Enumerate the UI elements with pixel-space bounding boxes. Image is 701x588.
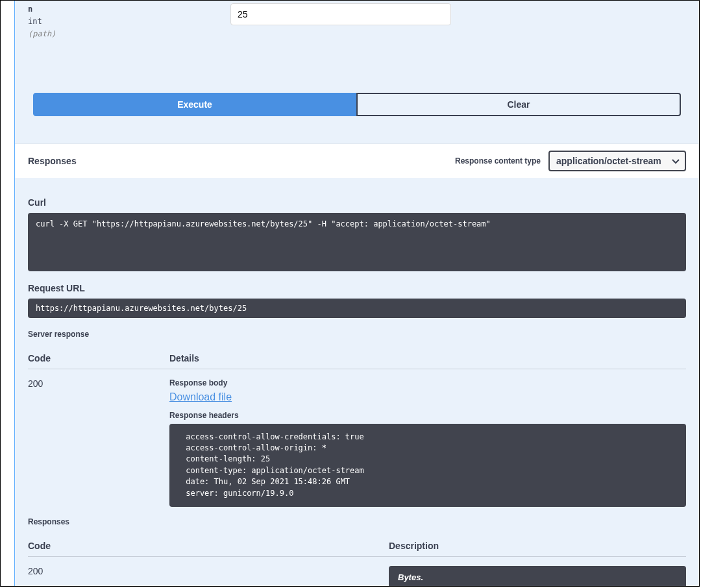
parameter-in: (path) bbox=[28, 28, 230, 40]
code-header: Code bbox=[28, 353, 169, 363]
details-header: Details bbox=[169, 353, 686, 363]
operation-panel: n int (path) Execute Clear Responses Res… bbox=[14, 1, 699, 586]
clear-button[interactable]: Clear bbox=[356, 93, 681, 116]
swagger-screenshot: n int (path) Execute Clear Responses Res… bbox=[0, 0, 700, 587]
def-code-header: Code bbox=[28, 541, 389, 551]
response-details: Response body Download file Response hea… bbox=[169, 378, 686, 507]
server-response-row: 200 Response body Download file Response… bbox=[28, 369, 686, 507]
curl-command: curl -X GET "https://httpapianu.azureweb… bbox=[28, 213, 686, 271]
response-body-label: Response body bbox=[169, 378, 686, 387]
def-desc-header: Description bbox=[389, 541, 686, 551]
response-code: 200 bbox=[28, 378, 169, 389]
parameter-input[interactable] bbox=[230, 3, 451, 25]
def-code: 200 bbox=[28, 566, 389, 576]
action-buttons: Execute Clear bbox=[28, 93, 686, 116]
response-headers-label: Response headers bbox=[169, 411, 686, 420]
parameter-meta: n int (path) bbox=[28, 3, 230, 41]
responses-title: Responses bbox=[28, 156, 77, 166]
responses-def-row: 200 Bytes. bbox=[28, 557, 686, 587]
def-desc-wrap: Bytes. bbox=[389, 566, 686, 587]
def-description: Bytes. bbox=[389, 566, 686, 587]
parameter-input-wrap bbox=[230, 3, 451, 41]
responses-def-label: Responses bbox=[28, 517, 686, 526]
server-response-table: Code Details 200 Response body Download … bbox=[28, 344, 686, 507]
parameter-row: n int (path) bbox=[28, 1, 686, 41]
content-type-label: Response content type bbox=[455, 156, 541, 165]
response-headers: access-control-allow-credentials: true a… bbox=[169, 424, 686, 507]
execute-button[interactable]: Execute bbox=[33, 93, 356, 116]
responses-def-table: Code Description 200 Bytes. bbox=[28, 532, 686, 587]
download-file-link[interactable]: Download file bbox=[169, 391, 232, 403]
request-url-value: https://httpapianu.azurewebsites.net/byt… bbox=[28, 299, 686, 318]
parameter-name: n bbox=[28, 3, 230, 16]
responses-def-head: Code Description bbox=[28, 532, 686, 557]
content-type-select-wrap: application/octet-stream bbox=[548, 151, 686, 171]
content-type-wrap: Response content type application/octet-… bbox=[455, 151, 686, 171]
responses-body: Curl curl -X GET "https://httpapianu.azu… bbox=[15, 178, 699, 587]
server-response-head: Code Details bbox=[28, 344, 686, 369]
curl-label: Curl bbox=[28, 197, 686, 208]
responses-header: Responses Response content type applicat… bbox=[15, 143, 699, 178]
server-response-label: Server response bbox=[28, 330, 686, 339]
parameter-type: int bbox=[28, 16, 230, 28]
request-url-label: Request URL bbox=[28, 283, 686, 293]
content-type-select[interactable]: application/octet-stream bbox=[548, 151, 686, 171]
parameters-section: n int (path) Execute Clear bbox=[15, 1, 699, 129]
